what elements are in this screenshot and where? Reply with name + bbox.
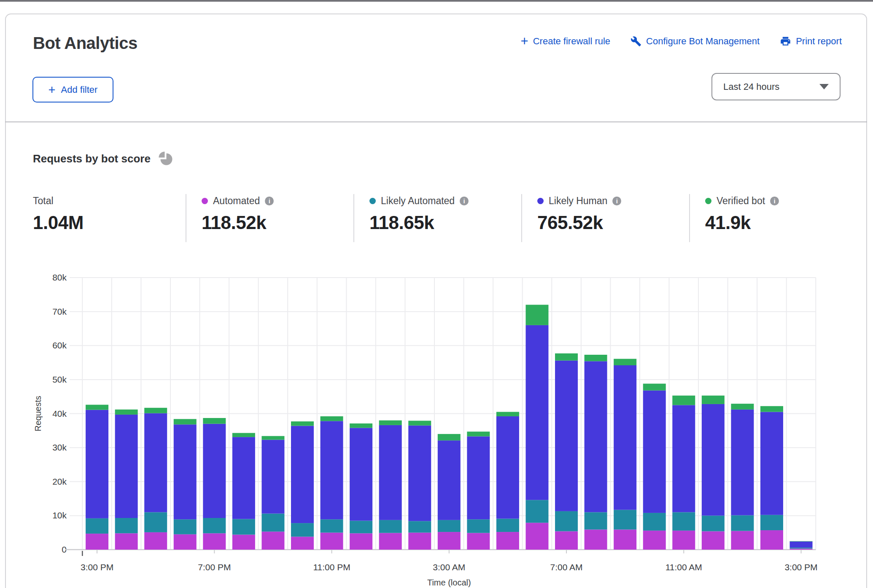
bar-segment[interactable] [555, 353, 578, 361]
bar-segment[interactable] [144, 413, 167, 512]
bar-segment[interactable] [115, 415, 138, 518]
bar-segment[interactable] [614, 365, 636, 510]
bar-segment[interactable] [261, 531, 284, 550]
bar-segment[interactable] [467, 437, 490, 520]
bar-segment[interactable] [291, 426, 314, 523]
bar-segment[interactable] [790, 548, 813, 548]
bar-segment[interactable] [86, 405, 108, 410]
bar-segment[interactable] [643, 513, 666, 531]
bar-segment[interactable] [496, 412, 519, 416]
bar-segment[interactable] [174, 534, 197, 550]
bar-segment[interactable] [438, 440, 461, 520]
bar-segment[interactable] [232, 433, 255, 437]
bar-segment[interactable] [261, 436, 284, 440]
bar-segment[interactable] [115, 518, 138, 533]
bar-segment[interactable] [350, 428, 372, 521]
bar-segment[interactable] [321, 533, 343, 550]
bar-segment[interactable] [555, 531, 578, 550]
bar-segment[interactable] [643, 384, 666, 391]
bar-segment[interactable] [438, 532, 461, 550]
bar-segment[interactable] [321, 421, 343, 519]
bar-segment[interactable] [702, 404, 725, 515]
bar-segment[interactable] [408, 426, 431, 521]
bar-segment[interactable] [585, 512, 607, 529]
bar-segment[interactable] [760, 515, 783, 530]
bar-segment[interactable] [731, 531, 754, 550]
bar-segment[interactable] [467, 533, 490, 550]
bar-segment[interactable] [115, 410, 138, 415]
bar-segment[interactable] [672, 396, 695, 405]
bar-segment[interactable] [614, 510, 636, 530]
bar-segment[interactable] [643, 391, 666, 513]
bar-segment[interactable] [496, 416, 519, 519]
bar-segment[interactable] [496, 519, 519, 532]
bar-segment[interactable] [702, 396, 725, 404]
bar-segment[interactable] [614, 359, 636, 365]
bar-segment[interactable] [291, 421, 314, 426]
bar-segment[interactable] [174, 419, 197, 424]
bar-segment[interactable] [702, 515, 725, 531]
bar-segment[interactable] [525, 500, 548, 523]
bar-segment[interactable] [203, 424, 226, 518]
bar-segment[interactable] [731, 404, 754, 410]
bar-segment[interactable] [144, 532, 167, 550]
bar-segment[interactable] [408, 421, 431, 425]
bar-segment[interactable] [760, 412, 783, 515]
bar-segment[interactable] [760, 406, 783, 412]
bar-segment[interactable] [525, 325, 548, 500]
bar-segment[interactable] [232, 437, 255, 519]
bar-segment[interactable] [261, 514, 284, 532]
bar-segment[interactable] [731, 410, 754, 515]
bar-segment[interactable] [379, 533, 402, 550]
bar-segment[interactable] [790, 541, 813, 542]
bar-segment[interactable] [672, 512, 695, 531]
bar-segment[interactable] [585, 361, 607, 512]
bar-segment[interactable] [350, 423, 372, 428]
bar-segment[interactable] [760, 530, 783, 550]
bar-segment[interactable] [467, 432, 490, 436]
bar-segment[interactable] [174, 519, 197, 534]
bar-segment[interactable] [321, 416, 343, 421]
bar-segment[interactable] [496, 532, 519, 550]
bar-segment[interactable] [525, 305, 548, 325]
bar-segment[interactable] [350, 521, 372, 533]
bar-segment[interactable] [379, 425, 402, 520]
bar-segment[interactable] [321, 519, 343, 532]
bar-segment[interactable] [203, 418, 226, 424]
bar-segment[interactable] [174, 424, 197, 519]
bar-segment[interactable] [555, 511, 578, 531]
bar-segment[interactable] [731, 515, 754, 531]
bar-segment[interactable] [86, 534, 108, 550]
bar-segment[interactable] [408, 533, 431, 550]
bar-segment[interactable] [790, 542, 813, 548]
bar-segment[interactable] [261, 440, 284, 514]
bar-segment[interactable] [115, 533, 138, 550]
bar-segment[interactable] [379, 520, 402, 533]
bar-segment[interactable] [291, 523, 314, 537]
bar-segment[interactable] [585, 529, 607, 550]
bar-segment[interactable] [672, 531, 695, 550]
bar-segment[interactable] [555, 361, 578, 511]
bar-segment[interactable] [408, 521, 431, 532]
bar-segment[interactable] [203, 518, 226, 533]
bar-segment[interactable] [86, 518, 108, 534]
bar-segment[interactable] [232, 519, 255, 534]
bar-segment[interactable] [144, 512, 167, 532]
bar-segment[interactable] [525, 523, 548, 550]
bar-segment[interactable] [203, 533, 226, 550]
bar-segment[interactable] [643, 531, 666, 550]
bar-segment[interactable] [438, 434, 461, 440]
bar-segment[interactable] [467, 519, 490, 533]
bar-segment[interactable] [614, 529, 636, 550]
bar-segment[interactable] [672, 405, 695, 512]
bar-segment[interactable] [86, 410, 108, 518]
bar-segment[interactable] [291, 537, 314, 550]
bar-segment[interactable] [379, 421, 402, 425]
bar-segment[interactable] [702, 531, 725, 550]
bar-segment[interactable] [232, 535, 255, 550]
bar-segment[interactable] [350, 533, 372, 550]
bar-segment[interactable] [790, 549, 813, 550]
bar-segment[interactable] [438, 520, 461, 532]
bar-segment[interactable] [585, 355, 607, 361]
bar-segment[interactable] [144, 408, 167, 413]
